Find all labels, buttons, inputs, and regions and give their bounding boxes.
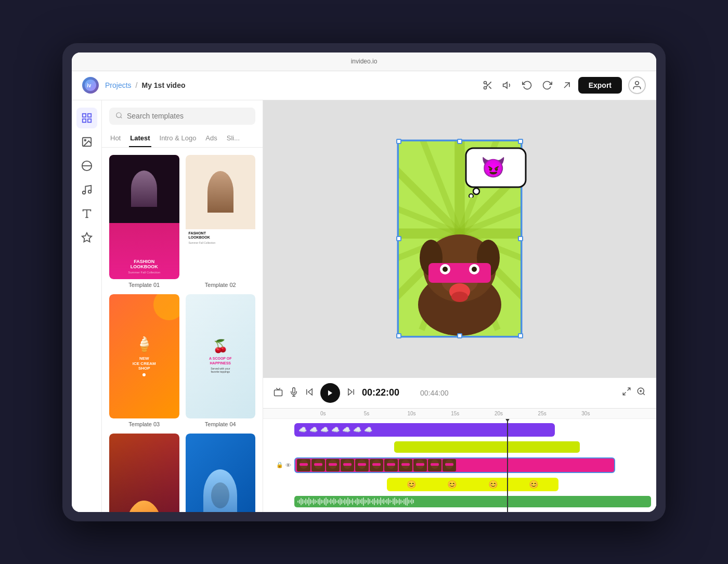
skip-back-icon[interactable] <box>305 387 314 399</box>
icon-sidebar <box>72 100 102 512</box>
breadcrumb-parent[interactable]: Projects <box>105 81 132 89</box>
sidebar-icon-text[interactable] <box>76 203 97 224</box>
template-item-04[interactable]: 🍒 A SCOOP OFHAPPINESS Served with yourfa… <box>186 294 256 427</box>
content-area: Hot Latest Intro & Logo Ads Sli... <box>72 100 656 512</box>
template-thumb-03: 🍦 NEWICE CREAMSHOP <box>109 294 179 418</box>
svg-rect-105 <box>445 463 453 466</box>
volume-icon[interactable] <box>502 80 513 90</box>
svg-rect-84 <box>343 463 352 466</box>
template-thumb-01: FASHIONLOOKBOOK Summer Fall Collection <box>109 155 179 279</box>
fit-width-icon[interactable] <box>622 387 631 399</box>
title-bar: invideo.io <box>72 53 656 71</box>
handle-bm[interactable] <box>457 333 462 338</box>
svg-rect-99 <box>416 463 424 466</box>
ruler-marks: 0s 5s 10s 15s 20s 25s 30s <box>320 411 625 416</box>
template-item-05[interactable]: Template 05 <box>109 434 179 512</box>
track-cloud[interactable]: ☁️ ☁️ ☁️ ☁️ ☁️ ☁️ ☁️ <box>294 423 555 437</box>
svg-rect-13 <box>87 119 90 122</box>
toolbar-icons <box>483 80 572 90</box>
ruler-5s: 5s <box>364 411 408 416</box>
breadcrumb-current: My 1st video <box>141 81 185 89</box>
dog-figure <box>408 185 512 336</box>
svg-rect-87 <box>358 463 366 466</box>
timeline-tracks: ☁️ ☁️ ☁️ ☁️ ☁️ ☁️ ☁️ <box>263 419 656 512</box>
svg-point-54 <box>472 267 477 272</box>
app-window: invideo.io iv Projects / My 1st video <box>72 53 656 512</box>
template-item-02[interactable]: FASHONTLOOKBOOK Summer Fall Collection T… <box>186 155 256 288</box>
svg-point-19 <box>88 190 91 193</box>
export-button[interactable]: Export <box>578 77 622 94</box>
timeline-area: 0s 5s 10s 15s 20s 25s 30s <box>263 408 656 512</box>
svg-point-49 <box>451 292 468 302</box>
ruler-20s: 20s <box>495 411 538 416</box>
magic-icon[interactable] <box>562 80 572 90</box>
video-canvas[interactable]: 😈 <box>397 140 522 337</box>
svg-point-23 <box>116 112 121 117</box>
sidebar-icon-effects[interactable] <box>76 155 97 176</box>
svg-rect-75 <box>300 463 308 466</box>
handle-tr[interactable] <box>518 139 523 144</box>
sidebar-icon-music[interactable] <box>76 179 97 200</box>
zoom-in-icon[interactable] <box>636 387 646 399</box>
total-time: 00:44:00 <box>420 389 449 397</box>
svg-rect-11 <box>87 113 90 116</box>
track-3-row: 🔒 👁 <box>268 456 651 474</box>
skip-forward-icon[interactable] <box>346 387 356 399</box>
svg-rect-102 <box>431 463 439 466</box>
template-item-06[interactable]: Template 06 <box>186 434 256 512</box>
template-label-01: Template 01 <box>109 282 179 288</box>
handle-tm[interactable] <box>457 139 462 144</box>
search-bar <box>102 100 263 130</box>
template-item-03[interactable]: 🍦 NEWICE CREAMSHOP Template 03 <box>109 294 179 427</box>
svg-point-9 <box>635 82 639 85</box>
track-audio[interactable] <box>294 496 651 507</box>
playhead[interactable] <box>507 419 508 512</box>
main-toolbar: iv Projects / My 1st video <box>72 71 656 100</box>
filter-tab-slides[interactable]: Sli... <box>226 130 241 147</box>
sidebar-icon-media[interactable] <box>76 132 97 152</box>
undo-icon[interactable] <box>522 80 532 90</box>
svg-text:😈: 😈 <box>481 155 506 179</box>
svg-rect-12 <box>82 119 85 122</box>
template-item-01[interactable]: FASHIONLOOKBOOK Summer Fall Collection T… <box>109 155 179 288</box>
track-emoji[interactable]: 😊 😊 😊 😊 <box>387 478 558 491</box>
svg-line-5 <box>489 86 491 89</box>
filter-tab-latest[interactable]: Latest <box>129 130 151 147</box>
filter-tab-hot[interactable]: Hot <box>109 130 122 147</box>
ruler-25s: 25s <box>538 411 582 416</box>
handle-ml[interactable] <box>396 236 401 241</box>
handle-bl[interactable] <box>396 333 401 338</box>
search-input[interactable] <box>127 112 249 120</box>
filter-tab-intro[interactable]: Intro & Logo <box>159 130 198 147</box>
filter-tabs: Hot Latest Intro & Logo Ads Sli... <box>102 130 263 148</box>
handle-tl[interactable] <box>396 139 401 144</box>
search-input-wrap[interactable] <box>109 108 255 125</box>
svg-point-15 <box>84 139 86 141</box>
play-button[interactable] <box>320 383 340 403</box>
playback-controls: 00:22:00 00:44:00 <box>274 383 449 403</box>
sidebar-icon-templates[interactable] <box>76 108 97 128</box>
scissors-icon[interactable] <box>483 80 493 90</box>
handle-br[interactable] <box>518 333 523 338</box>
templates-panel: Hot Latest Intro & Logo Ads Sli... <box>102 100 263 512</box>
caption-icon[interactable] <box>274 387 283 399</box>
lock-icon[interactable]: 🔒 <box>276 462 283 468</box>
svg-point-56 <box>473 188 479 194</box>
mic-icon[interactable] <box>289 387 298 399</box>
playback-bar: 00:22:00 00:44:00 <box>263 377 656 408</box>
ruler-10s: 10s <box>407 411 451 416</box>
svg-rect-50 <box>428 263 491 283</box>
svg-marker-7 <box>503 82 507 88</box>
templates-grid: FASHIONLOOKBOOK Summer Fall Collection T… <box>102 148 263 512</box>
svg-marker-65 <box>348 389 353 395</box>
svg-point-57 <box>469 194 473 198</box>
handle-mr[interactable] <box>518 236 523 241</box>
redo-icon[interactable] <box>542 80 552 90</box>
eye-icon[interactable]: 👁 <box>285 462 291 468</box>
user-avatar[interactable] <box>628 76 646 94</box>
track-video-main[interactable] <box>294 457 615 473</box>
svg-point-53 <box>443 267 448 272</box>
sidebar-icon-favorites[interactable] <box>76 227 97 248</box>
track-yellow[interactable] <box>394 441 580 453</box>
filter-tab-ads[interactable]: Ads <box>204 130 218 147</box>
